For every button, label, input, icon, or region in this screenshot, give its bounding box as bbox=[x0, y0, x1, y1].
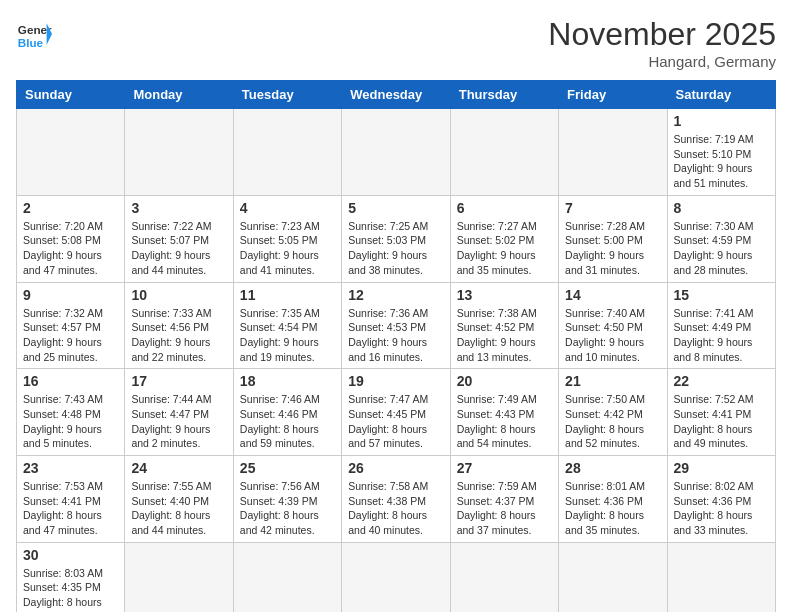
day-info: Sunrise: 7:50 AM Sunset: 4:42 PM Dayligh… bbox=[565, 392, 660, 451]
day-number: 11 bbox=[240, 287, 335, 303]
title-block: November 2025 Hangard, Germany bbox=[548, 16, 776, 70]
day-info: Sunrise: 7:36 AM Sunset: 4:53 PM Dayligh… bbox=[348, 306, 443, 365]
day-info: Sunrise: 7:20 AM Sunset: 5:08 PM Dayligh… bbox=[23, 219, 118, 278]
day-number: 14 bbox=[565, 287, 660, 303]
calendar-cell: 23Sunrise: 7:53 AM Sunset: 4:41 PM Dayli… bbox=[17, 456, 125, 543]
logo: General Blue bbox=[16, 16, 52, 52]
calendar-cell: 10Sunrise: 7:33 AM Sunset: 4:56 PM Dayli… bbox=[125, 282, 233, 369]
week-row-2: 2Sunrise: 7:20 AM Sunset: 5:08 PM Daylig… bbox=[17, 195, 776, 282]
week-row-3: 9Sunrise: 7:32 AM Sunset: 4:57 PM Daylig… bbox=[17, 282, 776, 369]
day-header-monday: Monday bbox=[125, 81, 233, 109]
location-subtitle: Hangard, Germany bbox=[548, 53, 776, 70]
calendar-cell bbox=[342, 542, 450, 612]
calendar-cell: 12Sunrise: 7:36 AM Sunset: 4:53 PM Dayli… bbox=[342, 282, 450, 369]
week-row-6: 30Sunrise: 8:03 AM Sunset: 4:35 PM Dayli… bbox=[17, 542, 776, 612]
day-info: Sunrise: 7:44 AM Sunset: 4:47 PM Dayligh… bbox=[131, 392, 226, 451]
day-number: 23 bbox=[23, 460, 118, 476]
calendar-cell: 28Sunrise: 8:01 AM Sunset: 4:36 PM Dayli… bbox=[559, 456, 667, 543]
calendar-cell bbox=[233, 542, 341, 612]
month-year-title: November 2025 bbox=[548, 16, 776, 53]
calendar-cell: 22Sunrise: 7:52 AM Sunset: 4:41 PM Dayli… bbox=[667, 369, 775, 456]
day-number: 21 bbox=[565, 373, 660, 389]
calendar-cell bbox=[450, 109, 558, 196]
day-info: Sunrise: 7:41 AM Sunset: 4:49 PM Dayligh… bbox=[674, 306, 769, 365]
day-header-wednesday: Wednesday bbox=[342, 81, 450, 109]
day-number: 15 bbox=[674, 287, 769, 303]
page-header: General Blue November 2025 Hangard, Germ… bbox=[16, 16, 776, 70]
day-info: Sunrise: 7:32 AM Sunset: 4:57 PM Dayligh… bbox=[23, 306, 118, 365]
calendar-cell: 2Sunrise: 7:20 AM Sunset: 5:08 PM Daylig… bbox=[17, 195, 125, 282]
calendar-cell: 26Sunrise: 7:58 AM Sunset: 4:38 PM Dayli… bbox=[342, 456, 450, 543]
logo-icon: General Blue bbox=[16, 16, 52, 52]
day-info: Sunrise: 7:27 AM Sunset: 5:02 PM Dayligh… bbox=[457, 219, 552, 278]
calendar-cell: 18Sunrise: 7:46 AM Sunset: 4:46 PM Dayli… bbox=[233, 369, 341, 456]
day-info: Sunrise: 8:01 AM Sunset: 4:36 PM Dayligh… bbox=[565, 479, 660, 538]
day-info: Sunrise: 7:59 AM Sunset: 4:37 PM Dayligh… bbox=[457, 479, 552, 538]
day-info: Sunrise: 7:46 AM Sunset: 4:46 PM Dayligh… bbox=[240, 392, 335, 451]
day-number: 4 bbox=[240, 200, 335, 216]
day-number: 30 bbox=[23, 547, 118, 563]
day-number: 26 bbox=[348, 460, 443, 476]
day-number: 12 bbox=[348, 287, 443, 303]
day-header-friday: Friday bbox=[559, 81, 667, 109]
calendar-cell: 19Sunrise: 7:47 AM Sunset: 4:45 PM Dayli… bbox=[342, 369, 450, 456]
calendar-cell: 17Sunrise: 7:44 AM Sunset: 4:47 PM Dayli… bbox=[125, 369, 233, 456]
day-number: 18 bbox=[240, 373, 335, 389]
calendar-cell bbox=[342, 109, 450, 196]
calendar-cell: 8Sunrise: 7:30 AM Sunset: 4:59 PM Daylig… bbox=[667, 195, 775, 282]
day-number: 13 bbox=[457, 287, 552, 303]
calendar-header-row: SundayMondayTuesdayWednesdayThursdayFrid… bbox=[17, 81, 776, 109]
week-row-1: 1Sunrise: 7:19 AM Sunset: 5:10 PM Daylig… bbox=[17, 109, 776, 196]
calendar-cell: 7Sunrise: 7:28 AM Sunset: 5:00 PM Daylig… bbox=[559, 195, 667, 282]
day-number: 2 bbox=[23, 200, 118, 216]
day-info: Sunrise: 7:30 AM Sunset: 4:59 PM Dayligh… bbox=[674, 219, 769, 278]
calendar-cell: 24Sunrise: 7:55 AM Sunset: 4:40 PM Dayli… bbox=[125, 456, 233, 543]
calendar-cell: 16Sunrise: 7:43 AM Sunset: 4:48 PM Dayli… bbox=[17, 369, 125, 456]
calendar-cell: 15Sunrise: 7:41 AM Sunset: 4:49 PM Dayli… bbox=[667, 282, 775, 369]
calendar-cell bbox=[559, 542, 667, 612]
day-number: 29 bbox=[674, 460, 769, 476]
day-number: 22 bbox=[674, 373, 769, 389]
day-info: Sunrise: 7:53 AM Sunset: 4:41 PM Dayligh… bbox=[23, 479, 118, 538]
day-number: 16 bbox=[23, 373, 118, 389]
day-info: Sunrise: 7:49 AM Sunset: 4:43 PM Dayligh… bbox=[457, 392, 552, 451]
day-info: Sunrise: 7:43 AM Sunset: 4:48 PM Dayligh… bbox=[23, 392, 118, 451]
calendar-cell: 13Sunrise: 7:38 AM Sunset: 4:52 PM Dayli… bbox=[450, 282, 558, 369]
day-number: 7 bbox=[565, 200, 660, 216]
day-info: Sunrise: 7:55 AM Sunset: 4:40 PM Dayligh… bbox=[131, 479, 226, 538]
day-number: 8 bbox=[674, 200, 769, 216]
day-info: Sunrise: 7:33 AM Sunset: 4:56 PM Dayligh… bbox=[131, 306, 226, 365]
day-info: Sunrise: 7:47 AM Sunset: 4:45 PM Dayligh… bbox=[348, 392, 443, 451]
calendar-cell bbox=[125, 542, 233, 612]
day-number: 24 bbox=[131, 460, 226, 476]
day-info: Sunrise: 7:40 AM Sunset: 4:50 PM Dayligh… bbox=[565, 306, 660, 365]
calendar-cell: 9Sunrise: 7:32 AM Sunset: 4:57 PM Daylig… bbox=[17, 282, 125, 369]
day-number: 27 bbox=[457, 460, 552, 476]
day-info: Sunrise: 7:19 AM Sunset: 5:10 PM Dayligh… bbox=[674, 132, 769, 191]
day-number: 25 bbox=[240, 460, 335, 476]
calendar-cell bbox=[17, 109, 125, 196]
calendar-cell: 4Sunrise: 7:23 AM Sunset: 5:05 PM Daylig… bbox=[233, 195, 341, 282]
day-number: 19 bbox=[348, 373, 443, 389]
day-number: 5 bbox=[348, 200, 443, 216]
calendar-cell bbox=[667, 542, 775, 612]
calendar-cell: 5Sunrise: 7:25 AM Sunset: 5:03 PM Daylig… bbox=[342, 195, 450, 282]
day-header-thursday: Thursday bbox=[450, 81, 558, 109]
day-number: 10 bbox=[131, 287, 226, 303]
day-header-saturday: Saturday bbox=[667, 81, 775, 109]
calendar-cell: 11Sunrise: 7:35 AM Sunset: 4:54 PM Dayli… bbox=[233, 282, 341, 369]
calendar-cell: 14Sunrise: 7:40 AM Sunset: 4:50 PM Dayli… bbox=[559, 282, 667, 369]
day-header-sunday: Sunday bbox=[17, 81, 125, 109]
day-info: Sunrise: 7:28 AM Sunset: 5:00 PM Dayligh… bbox=[565, 219, 660, 278]
day-number: 17 bbox=[131, 373, 226, 389]
day-number: 9 bbox=[23, 287, 118, 303]
calendar-cell: 20Sunrise: 7:49 AM Sunset: 4:43 PM Dayli… bbox=[450, 369, 558, 456]
svg-text:Blue: Blue bbox=[18, 36, 44, 49]
day-number: 28 bbox=[565, 460, 660, 476]
day-info: Sunrise: 8:02 AM Sunset: 4:36 PM Dayligh… bbox=[674, 479, 769, 538]
week-row-4: 16Sunrise: 7:43 AM Sunset: 4:48 PM Dayli… bbox=[17, 369, 776, 456]
calendar-cell: 29Sunrise: 8:02 AM Sunset: 4:36 PM Dayli… bbox=[667, 456, 775, 543]
day-info: Sunrise: 7:56 AM Sunset: 4:39 PM Dayligh… bbox=[240, 479, 335, 538]
day-info: Sunrise: 7:38 AM Sunset: 4:52 PM Dayligh… bbox=[457, 306, 552, 365]
calendar-cell bbox=[125, 109, 233, 196]
